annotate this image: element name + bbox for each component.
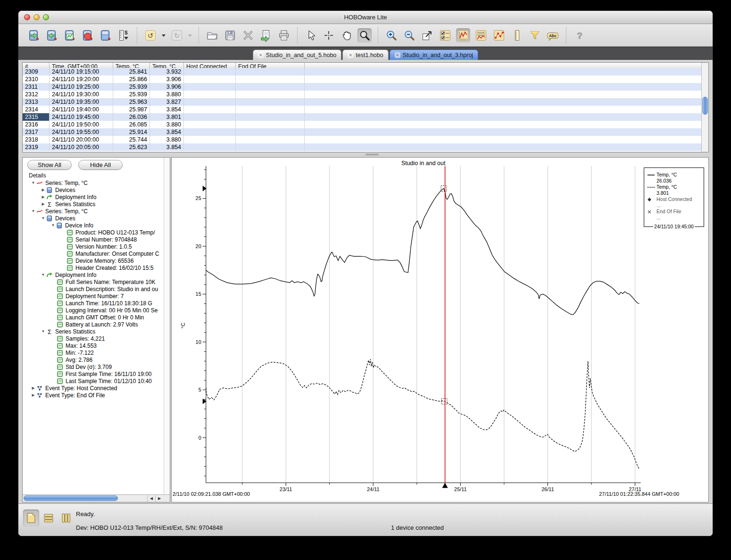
tab-close-icon[interactable]: ✕ <box>258 52 264 58</box>
table-cell[interactable]: 25.866 <box>113 75 150 83</box>
table-cell[interactable]: 3.854 <box>150 143 184 151</box>
table-cell[interactable]: 24/11/10 19:45:00 <box>50 113 113 121</box>
table-cell[interactable]: 25.939 <box>113 83 150 91</box>
list-view-button[interactable] <box>41 510 57 527</box>
table-cell[interactable] <box>184 113 236 121</box>
table-row[interactable]: 231724/11/10 19:55:0025.9143.854 <box>23 128 701 136</box>
tree-item[interactable]: Battery at Launch: 2.97 Volts <box>23 321 163 328</box>
tree-item[interactable]: ▼Device Info <box>23 222 163 229</box>
table-cell[interactable]: 3.906 <box>150 75 184 83</box>
details-vertical-scrollbar[interactable] <box>164 158 170 494</box>
table-cell[interactable] <box>236 128 305 136</box>
table-cell[interactable]: 3.906 <box>150 83 184 91</box>
tree-item[interactable]: Last Sample Time: 01/12/10 10:40 <box>23 377 163 384</box>
show-all-button[interactable]: Show All <box>27 160 72 170</box>
table-cell[interactable]: 26.036 <box>113 113 150 121</box>
tree-item[interactable]: Max: 14.553 <box>23 342 163 349</box>
table-cell[interactable] <box>236 91 305 98</box>
table-cell[interactable]: 24/11/10 19:40:00 <box>50 106 113 113</box>
redo-menu-button[interactable] <box>186 28 194 42</box>
readout-device-button[interactable] <box>45 28 59 42</box>
points-plot-view-button[interactable] <box>492 28 506 42</box>
tab-close-icon[interactable]: ✕ <box>395 52 400 58</box>
table-cell[interactable] <box>184 68 236 75</box>
table-cell[interactable]: 2316 <box>23 121 50 128</box>
table-cell[interactable] <box>236 121 305 128</box>
disclosure-closed-icon[interactable]: ▶ <box>30 386 36 390</box>
tree-item[interactable]: ▼Series: Temp, °C <box>23 179 163 186</box>
tree-item[interactable]: Full Series Name: Temperature 10K <box>23 278 163 285</box>
table-cell[interactable] <box>236 106 305 113</box>
table-cell[interactable] <box>184 106 236 113</box>
plot-device-button[interactable] <box>63 28 77 42</box>
tree-item[interactable]: ▶Deployment Info <box>23 193 163 201</box>
pointer-tool-button[interactable] <box>304 28 318 42</box>
table-cell[interactable]: 2318 <box>23 136 50 143</box>
ruler-tool-button[interactable] <box>510 28 524 42</box>
table-row[interactable]: 231624/11/10 19:50:0026.0853.880 <box>23 121 701 128</box>
table-cell[interactable] <box>184 98 236 106</box>
launch-device-button[interactable] <box>27 28 41 42</box>
table-cell[interactable]: 24/11/10 20:00:00 <box>50 136 113 143</box>
stop-device-button[interactable] <box>81 28 95 42</box>
tree-item[interactable]: First Sample Time: 16/11/10 19:00 <box>23 370 163 377</box>
table-cell[interactable]: 2311 <box>23 83 50 91</box>
table-cell[interactable]: 24/11/10 19:55:00 <box>50 128 113 136</box>
pan-tool-button[interactable] <box>340 28 354 42</box>
tab-close-icon[interactable]: ✕ <box>348 52 353 58</box>
table-cell[interactable]: 2309 <box>23 68 50 75</box>
table-cell[interactable]: 3.827 <box>150 98 184 106</box>
series-checklist-button[interactable] <box>438 28 452 42</box>
table-cell[interactable] <box>184 143 236 151</box>
table-cell[interactable]: 3.880 <box>150 121 184 128</box>
table-cell[interactable]: 2317 <box>23 128 50 136</box>
table-cell[interactable]: 24/11/10 19:15:00 <box>50 68 113 75</box>
table-vertical-scrollbar[interactable] <box>701 63 708 152</box>
tree-item[interactable]: ▼Series: Temp, °C <box>23 208 163 215</box>
scroll-right-arrow-icon[interactable]: ▶ <box>155 495 163 502</box>
crosshair-tool-button[interactable] <box>322 28 336 42</box>
table-cell[interactable] <box>184 128 236 136</box>
tree-item[interactable]: ▼Deployment Info <box>23 271 163 278</box>
tree-item[interactable]: Launch GMT Offset: 0 Hr 0 Min <box>23 314 163 321</box>
table-cell[interactable] <box>236 68 305 75</box>
series-dashed-line[interactable] <box>206 359 640 468</box>
table-row[interactable]: 231924/11/10 20:05:0025.6233.854 <box>23 143 701 151</box>
zoom-in-button[interactable] <box>384 28 399 42</box>
table-cell[interactable] <box>184 121 236 128</box>
tree-item[interactable]: Manufacturer: Onset Computer C <box>23 250 163 257</box>
table-cell[interactable]: 3.932 <box>150 68 184 75</box>
temperature-chart[interactable]: 051015202523/1124/1125/1126/1127/112/11/… <box>172 158 708 502</box>
table-cell[interactable]: 25.744 <box>113 136 150 143</box>
print-button[interactable] <box>277 28 291 42</box>
table-plot-view-button[interactable] <box>474 28 488 42</box>
tree-item[interactable]: ▶Event Type: End Of File <box>23 392 163 399</box>
tree-item[interactable]: ▶Event Type: Host Connected <box>23 384 163 392</box>
scrollbar-thumb[interactable] <box>24 495 118 501</box>
zoom-tool-button[interactable] <box>357 28 372 42</box>
table-cell[interactable] <box>184 136 236 143</box>
scroll-left-arrow-icon[interactable]: ◀ <box>147 495 155 502</box>
table-row[interactable]: 231424/11/10 19:40:0025.9873.854 <box>23 106 701 113</box>
table-cell[interactable] <box>236 98 305 106</box>
table-cell[interactable]: 24/11/10 19:25:00 <box>50 83 113 91</box>
table-cell[interactable]: 25.963 <box>113 98 150 106</box>
open-file-button[interactable] <box>205 28 219 42</box>
table-cell[interactable]: 24/11/10 19:20:00 <box>50 75 113 83</box>
line-plot-view-button[interactable] <box>456 28 470 42</box>
table-cell[interactable]: 2319 <box>23 143 50 151</box>
disclosure-open-icon[interactable]: ▼ <box>50 223 56 227</box>
annotate-text-button[interactable]: Abc <box>546 28 560 42</box>
disclosure-closed-icon[interactable]: ▶ <box>40 202 46 206</box>
export-data-button[interactable] <box>259 28 273 42</box>
tree-item[interactable]: Header Created: 16/02/10 15:5 <box>23 264 163 271</box>
tree-item[interactable]: ▼ΣSeries Statistics <box>23 328 163 335</box>
disclosure-open-icon[interactable]: ▼ <box>40 273 46 277</box>
table-cell[interactable]: 3.801 <box>150 113 184 121</box>
series-solid-line[interactable] <box>206 189 640 315</box>
select-device-button[interactable]: S <box>116 28 131 42</box>
zoom-out-button[interactable] <box>402 28 416 42</box>
table-cell[interactable]: 24/11/10 19:50:00 <box>50 121 113 128</box>
disclosure-closed-icon[interactable]: ▶ <box>40 195 46 199</box>
details-horizontal-scrollbar[interactable]: ◀ ▶ <box>23 494 170 502</box>
